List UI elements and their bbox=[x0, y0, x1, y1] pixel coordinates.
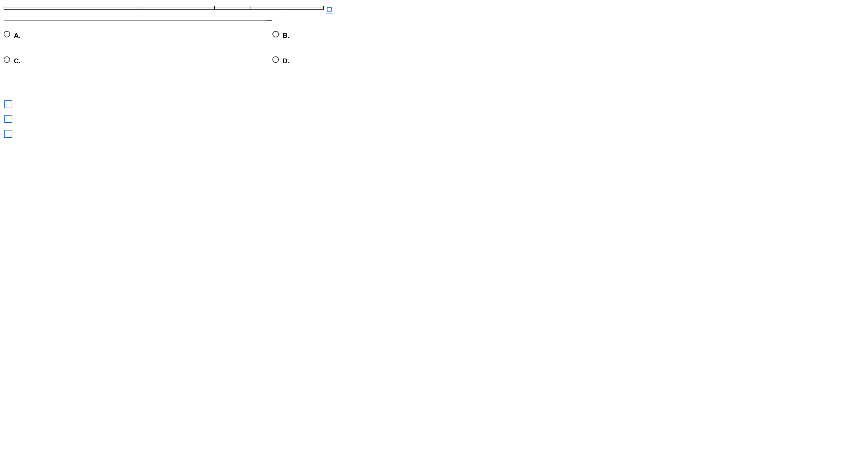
option-label: C. bbox=[14, 57, 21, 65]
table-row bbox=[4, 8, 324, 10]
option-label: D. bbox=[283, 57, 289, 65]
data-table bbox=[4, 6, 324, 10]
t-input[interactable] bbox=[4, 115, 12, 123]
expand-pill[interactable] bbox=[266, 20, 272, 21]
divider bbox=[4, 20, 269, 21]
copy-icon[interactable]: ❐ bbox=[326, 6, 333, 13]
table-cell bbox=[287, 8, 324, 10]
radio-option-c[interactable] bbox=[4, 56, 10, 63]
table-cell bbox=[215, 8, 251, 10]
table-cell bbox=[178, 8, 215, 10]
r-input[interactable] bbox=[4, 100, 12, 108]
row-label bbox=[4, 8, 142, 10]
option-label: A. bbox=[14, 32, 21, 39]
divider bbox=[269, 20, 864, 21]
table-cell bbox=[251, 8, 287, 10]
option-label: B. bbox=[283, 32, 289, 39]
radio-option-d[interactable] bbox=[272, 56, 279, 63]
radio-option-b[interactable] bbox=[272, 31, 279, 37]
p-input[interactable] bbox=[4, 130, 12, 138]
radio-option-a[interactable] bbox=[4, 31, 10, 37]
table-cell bbox=[142, 8, 178, 10]
